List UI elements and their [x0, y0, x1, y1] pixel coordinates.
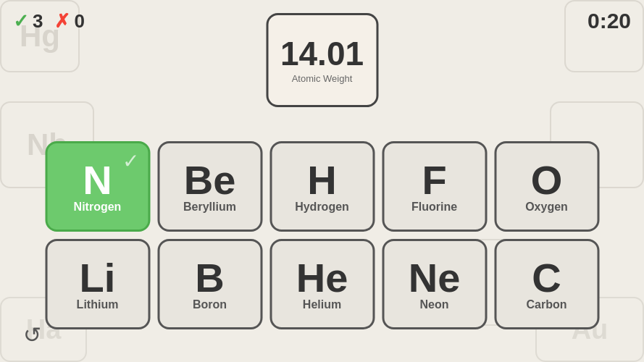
- score-area: ✓ 3 ✗ 0: [13, 10, 85, 33]
- card-boron[interactable]: B Boron: [157, 239, 262, 329]
- card-lithium[interactable]: Li Lithium: [45, 239, 150, 329]
- wrong-score: ✗ 0: [54, 10, 84, 33]
- name-helium: Helium: [303, 298, 341, 311]
- symbol-o: O: [531, 160, 563, 201]
- wrong-icon: ✗: [54, 10, 70, 33]
- card-fluorine[interactable]: F Fluorine: [382, 141, 487, 232]
- correct-count: 3: [33, 10, 43, 33]
- name-fluorine: Fluorine: [411, 201, 457, 214]
- name-carbon: Carbon: [527, 298, 567, 311]
- card-beryllium[interactable]: Be Beryllium: [157, 141, 262, 232]
- check-overlay: ✓: [122, 149, 139, 173]
- card-carbon[interactable]: C Carbon: [494, 239, 599, 329]
- symbol-f: F: [422, 160, 446, 201]
- answers-row-2: Li Lithium B Boron He Helium Ne Neon C C…: [45, 239, 599, 329]
- symbol-ne: Ne: [409, 258, 461, 298]
- symbol-c: C: [532, 258, 561, 298]
- card-helium[interactable]: He Helium: [269, 239, 375, 329]
- name-hydrogen: Hydrogen: [295, 201, 349, 214]
- symbol-n: N: [83, 160, 112, 201]
- symbol-b: B: [195, 258, 224, 298]
- name-oxygen: Oxygen: [525, 201, 568, 214]
- symbol-h: H: [307, 160, 336, 201]
- symbol-li: Li: [80, 258, 116, 298]
- question-card: 14.01 Atomic Weight: [266, 13, 378, 107]
- card-oxygen[interactable]: O Oxygen: [494, 141, 599, 232]
- name-lithium: Lithium: [77, 298, 119, 311]
- card-hydrogen[interactable]: H Hydrogen: [269, 141, 375, 232]
- answers-row-1: ✓ N Nitrogen Be Beryllium H Hydrogen F F…: [45, 141, 599, 232]
- name-neon: Neon: [420, 298, 449, 311]
- correct-score: ✓ 3: [13, 10, 43, 33]
- name-nitrogen: Nitrogen: [74, 201, 122, 214]
- timer: 0:20: [587, 9, 631, 33]
- wrong-count: 0: [74, 10, 84, 33]
- name-beryllium: Beryllium: [183, 201, 236, 214]
- question-value: 14.01: [280, 37, 364, 70]
- symbol-he: He: [296, 258, 348, 298]
- symbol-be: Be: [184, 160, 236, 201]
- undo-button[interactable]: ↺: [16, 319, 48, 350]
- card-neon[interactable]: Ne Neon: [382, 239, 487, 329]
- name-boron: Boron: [193, 298, 227, 311]
- correct-icon: ✓: [13, 10, 29, 33]
- question-label: Atomic Weight: [292, 73, 353, 84]
- card-nitrogen[interactable]: ✓ N Nitrogen: [45, 141, 150, 232]
